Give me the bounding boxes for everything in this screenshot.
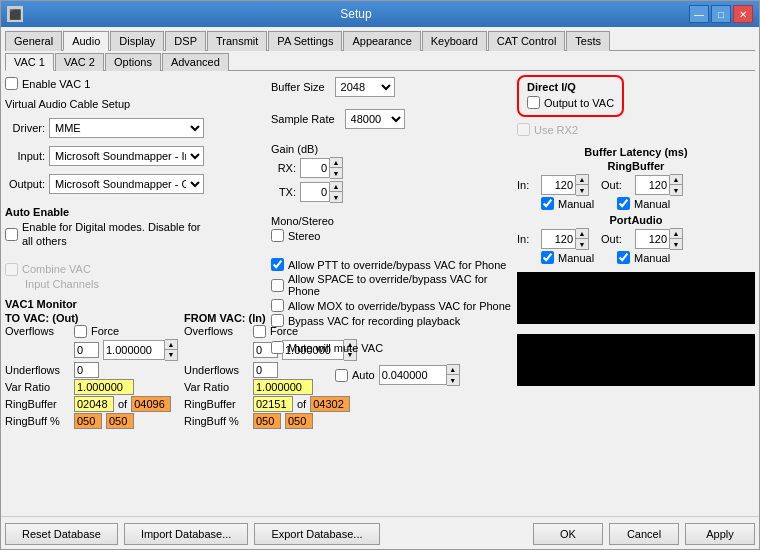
footer: Reset Database Import Database... Export… xyxy=(1,516,759,549)
sub-tab-advanced[interactable]: Advanced xyxy=(162,53,229,71)
port-manual-in-checkbox[interactable] xyxy=(541,251,554,264)
force-left-checkbox[interactable] xyxy=(74,325,87,338)
allow-space-checkbox[interactable] xyxy=(271,279,284,292)
direct-iq-section: Direct I/Q Output to VAC Use RX2 xyxy=(517,75,755,138)
stereo-row: Stereo xyxy=(271,229,511,242)
tab-appearance[interactable]: Appearance xyxy=(343,31,420,51)
sub-tab-bar: VAC 1 VAC 2 Options Advanced xyxy=(5,53,755,71)
rx-up[interactable]: ▲ xyxy=(330,158,342,168)
use-rx2-checkbox[interactable] xyxy=(517,123,530,136)
allow-ptt-checkbox[interactable] xyxy=(271,258,284,271)
tx-spinner: ▲ ▼ xyxy=(300,181,343,203)
auto-spinner: ▲ ▼ xyxy=(379,364,460,386)
sample-rate-label: Sample Rate xyxy=(271,113,335,125)
sample-rate-select[interactable]: 48000 xyxy=(345,109,405,129)
tab-display[interactable]: Display xyxy=(110,31,164,51)
sub-tab-vac2[interactable]: VAC 2 xyxy=(55,53,104,71)
import-database-button[interactable]: Import Database... xyxy=(124,523,249,545)
auto-down[interactable]: ▼ xyxy=(447,375,459,385)
ring-out-spinner: ▲ ▼ xyxy=(635,174,683,196)
bypass-vac-label: Bypass VAC for recording playback xyxy=(288,315,460,327)
tab-audio[interactable]: Audio xyxy=(63,31,109,51)
close-button[interactable]: ✕ xyxy=(733,5,753,23)
reset-database-button[interactable]: Reset Database xyxy=(5,523,118,545)
ring-out-down[interactable]: ▼ xyxy=(670,185,682,195)
tab-pa-settings[interactable]: PA Settings xyxy=(268,31,342,51)
output-to-vac-checkbox[interactable] xyxy=(527,96,540,109)
auto-spinner-btns: ▲ ▼ xyxy=(447,364,460,386)
rx-down[interactable]: ▼ xyxy=(330,168,342,178)
combine-vac-checkbox[interactable] xyxy=(5,263,18,276)
ring-manual-out-checkbox[interactable] xyxy=(617,197,630,210)
ring-in-input[interactable] xyxy=(541,175,576,195)
underflows-left-val: 0 xyxy=(74,362,99,378)
buffer-size-select[interactable]: 2048 xyxy=(335,77,395,97)
main-tab-bar: General Audio Display DSP Transmit PA Se… xyxy=(5,31,755,51)
tx-up[interactable]: ▲ xyxy=(330,182,342,192)
auto-input[interactable] xyxy=(379,365,447,385)
port-manual-out-checkbox[interactable] xyxy=(617,251,630,264)
tx-down[interactable]: ▼ xyxy=(330,192,342,202)
auto-up[interactable]: ▲ xyxy=(447,365,459,375)
auto-enable-checkbox[interactable] xyxy=(5,228,18,241)
tab-cat-control[interactable]: CAT Control xyxy=(488,31,566,51)
tab-keyboard[interactable]: Keyboard xyxy=(422,31,487,51)
cancel-button[interactable]: Cancel xyxy=(609,523,679,545)
overflows-left-val: 0 xyxy=(74,342,99,358)
enable-vac1-checkbox[interactable] xyxy=(5,77,18,90)
minimize-button[interactable]: — xyxy=(689,5,709,23)
port-in-down[interactable]: ▼ xyxy=(576,239,588,249)
ok-button[interactable]: OK xyxy=(533,523,603,545)
port-in-input[interactable] xyxy=(541,229,576,249)
bypass-vac-checkbox[interactable] xyxy=(271,314,284,327)
tab-general[interactable]: General xyxy=(5,31,62,51)
port-out-up[interactable]: ▲ xyxy=(670,229,682,239)
force-left-input[interactable] xyxy=(103,340,165,360)
force-left-spinner-btns: ▲ ▼ xyxy=(165,339,178,361)
allow-mdx-checkbox[interactable] xyxy=(271,299,284,312)
ring-in-up[interactable]: ▲ xyxy=(576,175,588,185)
force-left-up[interactable]: ▲ xyxy=(165,340,177,350)
tx-input[interactable] xyxy=(300,182,330,202)
output-select[interactable]: Microsoft Soundmapper - Ou xyxy=(49,174,204,194)
input-select[interactable]: Microsoft Soundmapper - Inp xyxy=(49,146,204,166)
mute-label: Mute will mute VAC xyxy=(288,342,383,354)
port-audio-label: PortAudio xyxy=(517,214,755,226)
sub-tab-options[interactable]: Options xyxy=(105,53,161,71)
ring-out-input[interactable] xyxy=(635,175,670,195)
ring-in-down[interactable]: ▼ xyxy=(576,185,588,195)
var-ratio-left-val: 1.000000 xyxy=(74,379,134,395)
force-right-checkbox[interactable] xyxy=(253,325,266,338)
tab-dsp[interactable]: DSP xyxy=(165,31,206,51)
sub-tab-vac1[interactable]: VAC 1 xyxy=(5,53,54,71)
ring-in-spinner: ▲ ▼ xyxy=(541,174,589,196)
ring-out-up[interactable]: ▲ xyxy=(670,175,682,185)
tab-transmit[interactable]: Transmit xyxy=(207,31,267,51)
direct-iq-box: Direct I/Q Output to VAC xyxy=(517,75,624,117)
maximize-button[interactable]: □ xyxy=(711,5,731,23)
port-in-up[interactable]: ▲ xyxy=(576,229,588,239)
ringbuff-pct-left-row: RingBuff % 050 050 xyxy=(5,413,178,429)
combine-vac-row: Combine VAC xyxy=(5,263,265,276)
port-in-spinner: ▲ ▼ xyxy=(541,228,589,250)
ringbuffer-left-label: RingBuffer xyxy=(5,398,70,410)
auto-checkbox[interactable] xyxy=(335,369,348,382)
mute-checkbox[interactable] xyxy=(271,341,284,354)
stereo-checkbox[interactable] xyxy=(271,229,284,242)
middle-panel: Buffer Size 2048 Sample Rate 48000 Gain … xyxy=(271,75,511,512)
export-database-button[interactable]: Export Database... xyxy=(254,523,379,545)
underflows-left-row: Underflows 0 xyxy=(5,362,178,378)
rx-input[interactable] xyxy=(300,158,330,178)
var-ratio-left-row: Var Ratio 1.000000 xyxy=(5,379,178,395)
driver-select[interactable]: MME xyxy=(49,118,204,138)
force-left-down[interactable]: ▼ xyxy=(165,350,177,360)
ring-buf-a-left: 02048 xyxy=(74,396,114,412)
rx-row: RX: ▲ ▼ xyxy=(271,157,511,179)
port-out-down[interactable]: ▼ xyxy=(670,239,682,249)
var-ratio-right-label: Var Ratio xyxy=(184,381,249,393)
tab-tests[interactable]: Tests xyxy=(566,31,610,51)
apply-button[interactable]: Apply xyxy=(685,523,755,545)
ring-manual-in-checkbox[interactable] xyxy=(541,197,554,210)
ringbuffer-right-label: RingBuffer xyxy=(184,398,249,410)
port-out-input[interactable] xyxy=(635,229,670,249)
